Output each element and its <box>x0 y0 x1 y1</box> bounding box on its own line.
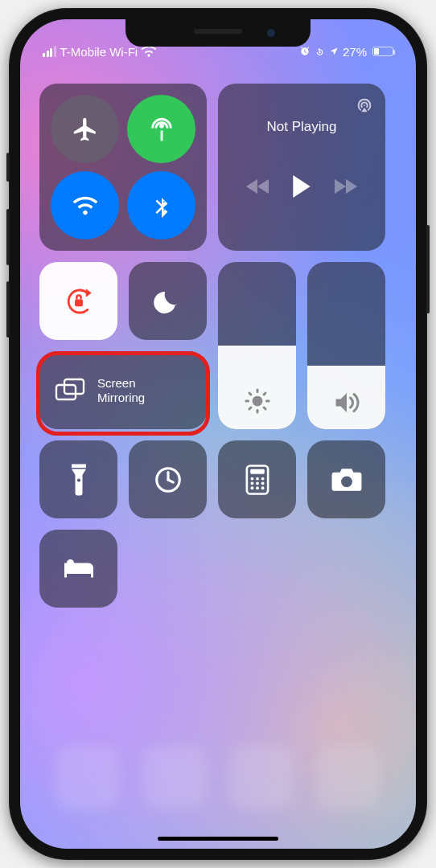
svg-point-25 <box>256 486 259 489</box>
dock-blur <box>20 728 416 849</box>
flashlight-button[interactable] <box>39 440 117 518</box>
brightness-icon <box>244 387 271 415</box>
svg-point-19 <box>256 477 259 480</box>
play-button[interactable] <box>291 174 312 199</box>
mute-switch <box>6 153 10 182</box>
volume-icon <box>332 391 361 415</box>
home-indicator[interactable] <box>158 837 278 841</box>
brightness-slider[interactable] <box>218 262 296 429</box>
battery-percent-label: 27% <box>343 45 367 59</box>
cellular-data-toggle[interactable] <box>127 95 195 163</box>
svg-rect-0 <box>319 51 320 52</box>
wifi-icon <box>142 47 156 57</box>
carrier-label: T-Mobile Wi-Fi <box>60 45 138 59</box>
svg-rect-3 <box>64 379 84 394</box>
media-title: Not Playing <box>229 119 374 135</box>
bluetooth-toggle[interactable] <box>127 171 195 240</box>
svg-point-26 <box>261 486 264 489</box>
svg-rect-2 <box>56 385 76 399</box>
calculator-icon <box>245 465 269 495</box>
airplane-icon <box>72 116 99 143</box>
airplane-mode-toggle[interactable] <box>51 95 119 163</box>
volume-up-button <box>6 209 10 265</box>
status-right: 27% <box>299 35 393 68</box>
flashlight-icon <box>69 463 88 497</box>
previous-track-button[interactable] <box>246 178 270 194</box>
antenna-icon <box>148 116 175 143</box>
moon-icon <box>154 287 183 316</box>
screen-mirroring-tile[interactable]: Screen Mirroring <box>39 351 207 429</box>
screen-mirroring-icon <box>54 378 86 403</box>
svg-point-23 <box>261 481 264 485</box>
control-center: Not Playing <box>20 19 416 849</box>
wifi-icon <box>72 192 99 219</box>
next-track-button[interactable] <box>333 178 357 194</box>
timer-button[interactable] <box>129 440 207 518</box>
airplay-icon[interactable] <box>355 96 374 114</box>
svg-line-11 <box>249 407 250 409</box>
wifi-toggle[interactable] <box>51 171 119 240</box>
orientation-lock-status-icon <box>315 47 325 57</box>
screen-mirroring-label: Screen Mirroring <box>97 376 145 405</box>
do-not-disturb-toggle[interactable] <box>129 262 207 340</box>
power-button <box>426 225 430 313</box>
sleep-mode-button[interactable] <box>39 530 117 608</box>
orientation-lock-toggle[interactable] <box>39 262 117 340</box>
svg-point-24 <box>250 486 253 489</box>
volume-slider[interactable] <box>307 262 385 429</box>
svg-line-10 <box>264 407 265 409</box>
camera-icon <box>331 467 363 493</box>
camera-button[interactable] <box>307 440 385 518</box>
notch <box>125 19 311 47</box>
svg-point-20 <box>261 477 264 480</box>
timer-icon <box>153 465 183 495</box>
bed-icon <box>62 557 96 581</box>
svg-line-9 <box>249 393 250 395</box>
now-playing-tile[interactable]: Not Playing <box>218 84 385 251</box>
connectivity-group[interactable] <box>39 84 207 251</box>
cellular-signal-icon <box>43 46 56 57</box>
svg-point-21 <box>250 481 253 485</box>
svg-point-4 <box>252 396 262 407</box>
phone-frame: T-Mobile Wi-Fi 27% <box>9 8 427 860</box>
svg-rect-1 <box>75 299 83 306</box>
alarm-icon <box>299 46 311 57</box>
svg-point-18 <box>250 477 253 480</box>
calculator-button[interactable] <box>218 440 296 518</box>
svg-line-15 <box>168 480 173 482</box>
screen: T-Mobile Wi-Fi 27% <box>20 19 416 849</box>
orientation-lock-icon <box>62 285 96 318</box>
svg-rect-17 <box>250 469 265 473</box>
svg-point-22 <box>256 481 259 485</box>
svg-line-12 <box>264 393 265 395</box>
battery-icon <box>372 47 393 56</box>
location-icon <box>329 47 339 56</box>
volume-down-button <box>6 281 10 338</box>
bluetooth-icon <box>150 192 174 219</box>
